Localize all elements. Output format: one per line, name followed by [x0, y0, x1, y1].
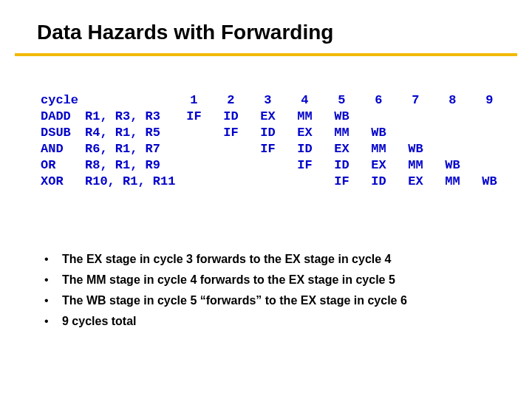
stage-cell: EX [360, 157, 397, 174]
bullet-icon: • [44, 293, 62, 309]
stage-cell [212, 174, 249, 190]
stage-cell: MM [360, 141, 397, 157]
slide: Data Hazards with Forwarding cycle 1 2 3… [0, 0, 532, 399]
stage-cell: WB [397, 141, 434, 157]
table-row: AND R6, R1, R7 IF ID EX MM WB [41, 141, 508, 157]
stage-cell [286, 174, 323, 190]
stage-cell: EX [286, 125, 323, 141]
stage-cell: MM [434, 174, 471, 190]
stage-cell [471, 109, 508, 125]
instr-cell: DADD [41, 109, 85, 125]
stage-cell [397, 125, 434, 141]
stage-cell: ID [323, 157, 360, 174]
stage-cell: IF [175, 109, 212, 125]
bullet-text: 9 cycles total [62, 313, 137, 330]
stage-cell [175, 174, 212, 190]
pipeline-table: cycle 1 2 3 4 5 6 7 8 9 DADD R1, R3, R3 … [41, 92, 508, 190]
stage-cell: EX [397, 174, 434, 190]
stage-cell [212, 157, 249, 174]
list-item: • The WB stage in cycle 5 “forwards” to … [44, 293, 488, 309]
stage-cell: IF [323, 174, 360, 190]
stage-cell: WB [434, 157, 471, 174]
ops-cell: R4, R1, R5 [85, 125, 175, 141]
instr-cell: AND [41, 141, 85, 157]
bullet-text: The WB stage in cycle 5 “forwards” to th… [62, 293, 407, 309]
list-item: • 9 cycles total [44, 313, 488, 330]
stage-cell [434, 125, 471, 141]
ops-cell: R10, R1, R11 [85, 174, 175, 190]
bullet-text: The EX stage in cycle 3 forwards to the … [62, 251, 392, 267]
bullet-list: • The EX stage in cycle 3 forwards to th… [44, 251, 488, 334]
stage-cell [471, 125, 508, 141]
stage-cell [397, 109, 434, 125]
stage-cell [175, 157, 212, 174]
bullet-text: The MM stage in cycle 4 forwards to the … [62, 272, 395, 288]
instr-cell: OR [41, 157, 85, 174]
stage-cell: MM [286, 109, 323, 125]
ops-cell: R6, R1, R7 [85, 141, 175, 157]
cycle-header: 4 [286, 92, 323, 109]
ops-cell: R8, R1, R9 [85, 157, 175, 174]
stage-cell: IF [286, 157, 323, 174]
stage-cell [434, 109, 471, 125]
slide-title: Data Hazards with Forwarding [37, 21, 333, 44]
ops-cell: R1, R3, R3 [85, 109, 175, 125]
title-underline [15, 53, 517, 56]
stage-cell [175, 141, 212, 157]
cycle-header: 8 [434, 92, 471, 109]
bullet-icon: • [44, 313, 62, 330]
stage-cell: WB [360, 125, 397, 141]
stage-cell: ID [360, 174, 397, 190]
stage-cell [471, 157, 508, 174]
table-row: OR R8, R1, R9 IF ID EX MM WB [41, 157, 508, 174]
stage-cell: EX [323, 141, 360, 157]
cycle-header: 1 [175, 92, 212, 109]
stage-cell: ID [212, 109, 249, 125]
stage-cell [249, 157, 286, 174]
cycle-header: 6 [360, 92, 397, 109]
stage-cell: MM [397, 157, 434, 174]
cycle-header: 9 [471, 92, 508, 109]
cycle-header: 7 [397, 92, 434, 109]
stage-cell [360, 109, 397, 125]
cycle-header: 2 [212, 92, 249, 109]
stage-cell [434, 141, 471, 157]
bullet-icon: • [44, 272, 62, 288]
stage-cell [175, 125, 212, 141]
instr-cell: XOR [41, 174, 85, 190]
list-item: • The MM stage in cycle 4 forwards to th… [44, 272, 488, 288]
stage-cell: EX [249, 109, 286, 125]
stage-cell: IF [249, 141, 286, 157]
cycle-header: 5 [323, 92, 360, 109]
stage-cell: IF [212, 125, 249, 141]
stage-cell: ID [286, 141, 323, 157]
cycle-header: 3 [249, 92, 286, 109]
stage-cell [249, 174, 286, 190]
header-spacer [85, 92, 175, 109]
stage-cell [212, 141, 249, 157]
list-item: • The EX stage in cycle 3 forwards to th… [44, 251, 488, 267]
table-header-row: cycle 1 2 3 4 5 6 7 8 9 [41, 92, 508, 109]
header-label: cycle [41, 92, 85, 109]
table-row: DSUB R4, R1, R5 IF ID EX MM WB [41, 125, 508, 141]
bullet-icon: • [44, 251, 62, 267]
stage-cell: WB [471, 174, 508, 190]
table-row: DADD R1, R3, R3 IF ID EX MM WB [41, 109, 508, 125]
table-row: XOR R10, R1, R11 IF ID EX MM WB [41, 174, 508, 190]
stage-cell: MM [323, 125, 360, 141]
instr-cell: DSUB [41, 125, 85, 141]
stage-cell [471, 141, 508, 157]
stage-cell: ID [249, 125, 286, 141]
stage-cell: WB [323, 109, 360, 125]
